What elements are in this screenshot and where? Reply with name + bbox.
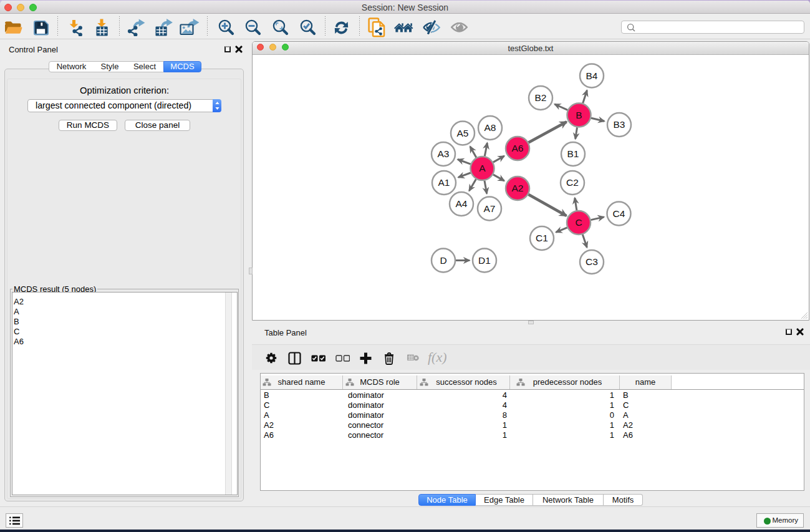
svg-text:A7: A7: [483, 203, 495, 213]
svg-text:D: D: [440, 254, 446, 265]
svg-text:D1: D1: [478, 254, 491, 265]
svg-text:f(x): f(x): [428, 351, 446, 365]
svg-text:B: B: [576, 109, 582, 120]
svg-text:C3: C3: [586, 256, 598, 267]
svg-text:A4: A4: [455, 198, 467, 209]
svg-text:A: A: [479, 163, 486, 173]
svg-text:A6: A6: [511, 143, 523, 153]
svg-text:A1: A1: [438, 177, 450, 188]
svg-text:B2: B2: [534, 92, 546, 103]
svg-text:C1: C1: [536, 233, 548, 243]
svg-text:A5: A5: [456, 127, 468, 138]
svg-text:B3: B3: [613, 119, 625, 130]
svg-text:B4: B4: [586, 70, 597, 80]
svg-text:C: C: [575, 217, 582, 228]
svg-text:A3: A3: [437, 148, 449, 159]
svg-text:B1: B1: [567, 148, 579, 159]
svg-text:A2: A2: [511, 183, 523, 193]
svg-text:C4: C4: [612, 208, 625, 218]
svg-text:C2: C2: [566, 177, 579, 188]
svg-text:A8: A8: [484, 122, 496, 133]
